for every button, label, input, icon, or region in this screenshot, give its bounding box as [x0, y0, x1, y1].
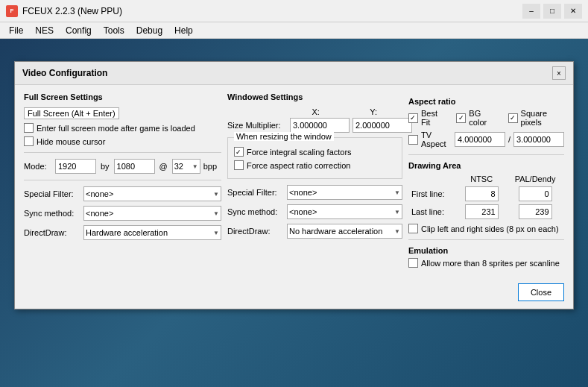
menu-file[interactable]: File: [3, 24, 29, 37]
mode-width-input[interactable]: [55, 159, 96, 174]
fullscreen-button[interactable]: Full Screen (Alt + Enter): [24, 107, 119, 119]
aspect-title: Aspect ratio: [408, 97, 564, 106]
menu-help[interactable]: Help: [168, 24, 199, 37]
emulation-row: Allow more than 8 sprites per scanline: [408, 258, 564, 268]
pal-header: PAL/Dendy: [506, 173, 564, 185]
mode-row: Mode: by @ 32 ▼ bpp: [24, 159, 221, 174]
firstline-pal-input[interactable]: [519, 186, 552, 201]
fs-sync-label: Sync method:: [24, 209, 83, 218]
menu-debug[interactable]: Debug: [130, 24, 168, 37]
titlebar: F FCEUX 2.2.3 (New PPU) – □ ✕: [0, 0, 588, 22]
clip-label: Clip left and right sides (8 px on each): [421, 224, 559, 233]
sqpixels-checkbox[interactable]: ✓: [508, 113, 518, 123]
force-aspect-row: Force aspect ratio correction: [234, 160, 396, 170]
win-directdraw-select[interactable]: No hardware acceleration ▼: [287, 224, 402, 239]
dialog-close-button[interactable]: ×: [552, 66, 566, 80]
size-multiplier-label: Size Multiplier:: [227, 121, 287, 130]
fs-directdraw-arrow: ▼: [213, 230, 219, 236]
sprites-checkbox[interactable]: [408, 258, 418, 268]
resize-group: When resizing the window ✓ Force integra…: [227, 137, 402, 179]
fs-filter-select[interactable]: <none> ▼: [83, 186, 221, 201]
window-controls: – □ ✕: [522, 4, 582, 19]
lastline-row: Last line:: [408, 203, 564, 221]
lastline-ntsc-input[interactable]: [465, 204, 499, 219]
sqpixels-label: Square pixels: [521, 109, 564, 127]
size-x-input[interactable]: [290, 118, 350, 133]
fullscreen-panel: Full Screen Settings Full Screen (Alt + …: [24, 92, 221, 271]
sprites-label: Allow more than 8 sprites per scanline: [421, 259, 560, 268]
win-sync-label: Sync method:: [227, 207, 287, 216]
minimize-button[interactable]: –: [522, 4, 540, 19]
enter-fullscreen-checkbox[interactable]: [24, 123, 34, 133]
fs-special-filter-row: Special Filter: <none> ▼: [24, 186, 221, 201]
firstline-ntsc-input[interactable]: [465, 186, 499, 201]
fs-sync-select[interactable]: <none> ▼: [83, 206, 221, 221]
close-button[interactable]: Close: [518, 283, 564, 301]
size-y-input[interactable]: [353, 118, 412, 133]
force-aspect-checkbox[interactable]: [234, 160, 244, 170]
fullscreen-panel-title: Full Screen Settings: [24, 92, 221, 101]
hide-cursor-checkbox[interactable]: [24, 136, 34, 146]
menu-config[interactable]: Config: [60, 24, 98, 37]
mode-bpp-select[interactable]: 32 ▼: [172, 159, 200, 174]
bpp-dropdown-arrow: ▼: [192, 163, 198, 170]
fs-directdraw-label: DirectDraw:: [24, 228, 83, 237]
at-label: @: [158, 162, 169, 171]
lastline-ntsc-cell: [457, 203, 506, 221]
menubar: File NES Config Tools Debug Help: [0, 22, 588, 39]
clip-checkbox[interactable]: [408, 224, 418, 233]
resize-group-title: When resizing the window: [234, 132, 334, 141]
firstline-ntsc-cell: [457, 185, 506, 203]
force-integral-checkbox[interactable]: ✓: [234, 147, 244, 157]
drawing-title: Drawing Area: [408, 161, 564, 170]
tvaspect-checkbox[interactable]: [408, 135, 418, 145]
fs-sync-row: Sync method: <none> ▼: [24, 206, 221, 221]
win-filter-select[interactable]: <none> ▼: [287, 185, 402, 200]
menu-tools[interactable]: Tools: [98, 24, 130, 37]
win-sync-arrow: ▼: [394, 209, 400, 215]
win-filter-label: Special Filter:: [227, 188, 287, 197]
bestfit-label: Best Fit: [421, 109, 446, 127]
force-aspect-label: Force aspect ratio correction: [247, 161, 350, 170]
maximize-button[interactable]: □: [543, 4, 561, 19]
lastline-label: Last line:: [408, 203, 457, 221]
windowed-panel-title: Windowed Settings: [227, 92, 402, 101]
fs-sync-arrow: ▼: [213, 210, 219, 217]
menu-nes[interactable]: NES: [29, 24, 60, 37]
video-config-dialog: Video Configuration × Full Screen Settin…: [14, 61, 574, 309]
app-icon: F: [6, 5, 18, 17]
windowed-panel: Windowed Settings X: Y: Size Multiplier:…: [227, 92, 402, 271]
bestfit-checkbox[interactable]: ✓: [408, 113, 418, 123]
firstline-label: First line:: [408, 185, 457, 203]
emulation-title: Emulation: [408, 246, 564, 255]
lastline-pal-cell: [506, 203, 564, 221]
window-close-button[interactable]: ✕: [564, 4, 582, 19]
aspect-x-input[interactable]: [455, 132, 505, 147]
win-directdraw-label: DirectDraw:: [227, 227, 287, 236]
mode-height-input[interactable]: [114, 159, 155, 174]
aspect-y-input[interactable]: [513, 132, 564, 147]
hide-cursor-row: Hide mouse cursor: [24, 136, 221, 146]
tvaspect-label: TV Aspect: [421, 130, 446, 148]
dialog-titlebar: Video Configuration ×: [15, 62, 573, 85]
firstline-pal-cell: [506, 185, 564, 203]
mode-label: Mode:: [24, 162, 47, 171]
dialog-footer: Close: [15, 279, 573, 309]
win-sync-select[interactable]: <none> ▼: [287, 204, 402, 219]
force-integral-row: ✓ Force integral scaling factors: [234, 147, 396, 157]
fs-filter-arrow: ▼: [213, 191, 219, 198]
xy-header: X: Y:: [227, 107, 402, 116]
size-multiplier-spacer: [227, 107, 287, 116]
hide-cursor-label: Hide mouse cursor: [37, 137, 105, 146]
right-panel: Aspect ratio ✓ Best Fit ✓ BG color ✓ Squ…: [408, 92, 564, 271]
aspect-top-row: ✓ Best Fit ✓ BG color ✓ Square pixels: [408, 109, 564, 127]
fs-directdraw-select[interactable]: Hardware acceleration ▼: [83, 225, 221, 240]
lastline-pal-input[interactable]: [519, 204, 552, 219]
dialog-content: Full Screen Settings Full Screen (Alt + …: [15, 85, 573, 279]
y-label: Y:: [344, 107, 402, 116]
window-title: FCEUX 2.2.3 (New PPU): [22, 6, 522, 16]
bgcolor-checkbox[interactable]: ✓: [456, 113, 466, 123]
drawing-blank-header: [408, 173, 457, 185]
win-directdraw-row: DirectDraw: No hardware acceleration ▼: [227, 224, 402, 239]
fs-directdraw-row: DirectDraw: Hardware acceleration ▼: [24, 225, 221, 240]
